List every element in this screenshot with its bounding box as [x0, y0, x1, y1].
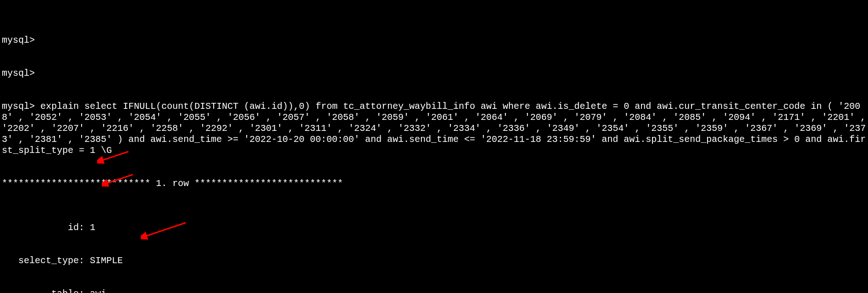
explain-label: id [2, 222, 79, 233]
mysql-prompt-line: mysql> [2, 35, 866, 46]
mysql-prompt: mysql> [2, 101, 35, 112]
explain-value: awi [90, 288, 106, 293]
explain-label: select_type [2, 255, 79, 266]
mysql-prompt: mysql> [2, 35, 35, 45]
sql-query: explain select IFNULL(count(DISTINCT (aw… [2, 101, 868, 156]
terminal-output[interactable]: mysql> mysql> mysql> explain select IFNU… [0, 0, 868, 293]
explain-id: id: 1 [2, 222, 866, 233]
mysql-prompt: mysql> [2, 68, 35, 79]
row-separator-header: *************************** 1. row *****… [2, 178, 866, 189]
explain-value: 1 [90, 222, 95, 233]
explain-select-type: select_type: SIMPLE [2, 255, 866, 266]
mysql-prompt-line: mysql> [2, 68, 866, 79]
explain-value: SIMPLE [90, 255, 123, 266]
explain-label: table [2, 288, 79, 293]
query-line: mysql> explain select IFNULL(count(DISTI… [2, 101, 866, 156]
explain-table: table: awi [2, 288, 866, 293]
